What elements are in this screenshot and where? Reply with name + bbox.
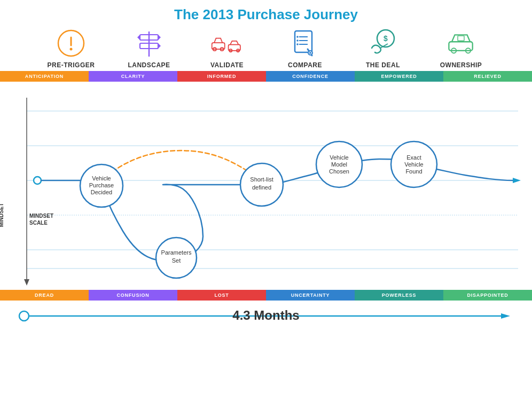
svg-point-2: [69, 48, 72, 50]
svg-text:Vehicle: Vehicle: [404, 161, 423, 168]
pre-trigger-label: PRE-TRIGGER: [48, 61, 95, 69]
svg-point-20: [296, 39, 299, 42]
svg-marker-44: [513, 178, 521, 183]
svg-marker-6: [158, 35, 161, 40]
page-title: The 2013 Purchase Journey: [0, 0, 532, 23]
phases-row: PRE-TRIGGER LANDSCAPE: [0, 27, 532, 69]
validate-label: VALIDATE: [210, 61, 244, 69]
svg-text:Decided: Decided: [91, 189, 112, 195]
svg-text:Exact: Exact: [406, 154, 421, 161]
svg-text:Chosen: Chosen: [329, 168, 349, 175]
svg-marker-65: [501, 313, 510, 319]
seg-dread: DREAD: [0, 290, 89, 301]
svg-marker-5: [137, 35, 140, 40]
svg-rect-15: [295, 31, 312, 52]
seg-confidence: CONFIDENCE: [266, 71, 355, 82]
svg-text:MINDSET: MINDSET: [0, 203, 4, 227]
compare-label: COMPARE: [288, 61, 322, 69]
phase-landscape: LANDSCAPE: [114, 27, 184, 69]
landscape-icon: [133, 27, 165, 59]
svg-text:Short-list: Short-list: [250, 176, 273, 183]
svg-point-43: [34, 177, 41, 184]
compare-icon: [289, 27, 321, 59]
svg-text:MINDSET: MINDSET: [29, 213, 53, 219]
landscape-label: LANDSCAPE: [128, 61, 170, 69]
timeline-duration: 4.3 Months: [232, 308, 299, 323]
seg-clarity: CLARITY: [89, 71, 177, 82]
ownership-icon: [445, 27, 477, 59]
phase-validate: VALIDATE: [192, 27, 262, 69]
validate-icon: [211, 27, 243, 59]
svg-text:SCALE: SCALE: [29, 220, 48, 226]
svg-marker-8: [158, 43, 161, 49]
svg-text:Purchase: Purchase: [89, 182, 114, 188]
svg-marker-39: [24, 279, 29, 286]
seg-confusion: CONFUSION: [89, 290, 177, 301]
phase-the-deal: $ THE DEAL: [348, 27, 418, 69]
svg-text:$: $: [384, 34, 388, 43]
svg-rect-27: [449, 42, 472, 51]
seg-lost: LOST: [177, 290, 266, 301]
seg-uncertainty: UNCERTAINTY: [266, 290, 355, 301]
ownership-label: OWNERSHIP: [440, 61, 482, 69]
seg-powerless: POWERLESS: [355, 290, 443, 301]
seg-anticipation: ANTICIPATION: [0, 71, 89, 82]
svg-text:Found: Found: [405, 168, 422, 175]
the-deal-label: THE DEAL: [366, 61, 400, 69]
svg-point-21: [296, 43, 299, 45]
phase-compare: COMPARE: [270, 27, 340, 69]
svg-text:defined: defined: [252, 184, 271, 191]
seg-empowered: EMPOWERED: [355, 71, 443, 82]
journey-chart: MINDSET MINDSET SCALE Vehicle Purchase D…: [0, 82, 532, 290]
phase-ownership: OWNERSHIP: [426, 27, 496, 69]
svg-text:Vehicle: Vehicle: [92, 175, 111, 181]
svg-text:Parameters: Parameters: [161, 249, 192, 256]
seg-relieved: RELIEVED: [443, 71, 532, 82]
svg-rect-31: [458, 36, 464, 41]
svg-point-63: [19, 311, 29, 321]
the-deal-icon: $: [367, 27, 399, 59]
bottom-color-bar: DREAD CONFUSION LOST UNCERTAINTY POWERLE…: [0, 290, 532, 301]
svg-text:Vehicle: Vehicle: [330, 154, 348, 161]
svg-point-19: [296, 36, 299, 38]
svg-text:Model: Model: [331, 161, 347, 168]
svg-text:Set: Set: [172, 257, 181, 264]
pre-trigger-icon: [55, 27, 87, 59]
top-color-bar: ANTICIPATION CLARITY INFORMED CONFIDENCE…: [0, 71, 532, 82]
phase-pre-trigger: PRE-TRIGGER: [36, 27, 106, 69]
timeline-row: 4.3 Months: [0, 301, 532, 333]
seg-informed: INFORMED: [177, 71, 266, 82]
seg-disappointed: DISAPPOINTED: [443, 290, 532, 301]
